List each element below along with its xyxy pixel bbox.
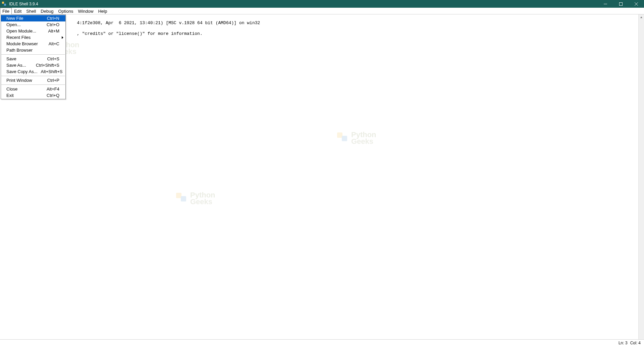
menu-options[interactable]: Options [56,8,76,14]
status-line: Ln: 3 [619,341,628,345]
menubar: FileEditShellDebugOptionsWindowHelp [0,8,644,14]
menu-debug[interactable]: Debug [38,8,56,14]
menu-edit[interactable]: Edit [12,8,24,14]
shell-output: 4:1f2e308, Apr 6 2021, 13:40:21) [MSC v.… [0,14,644,43]
scroll-up-icon[interactable] [639,14,644,20]
menu-separator [1,54,65,55]
menuitem-accelerator: Ctrl+P [47,78,59,83]
menuitem-exit[interactable]: ExitCtrl+Q [1,92,65,99]
svg-rect-1 [4,4,6,6]
menuitem-label: Close [6,86,43,92]
menuitem-accelerator: Alt+F4 [47,86,59,92]
menuitem-accelerator: Alt+Shift+S [41,69,63,74]
chevron-right-icon [62,36,63,39]
svg-rect-3 [620,2,623,5]
menuitem-save-copy-as[interactable]: Save Copy As...Alt+Shift+S [1,68,65,75]
menuitem-recent-files[interactable]: Recent Files [1,34,65,41]
menuitem-label: Module Browser [6,41,45,46]
menuitem-label: Recent Files [6,35,59,40]
menuitem-path-browser[interactable]: Path Browser [1,47,65,53]
menuitem-label: Open... [6,22,43,27]
editor-area[interactable]: 4:1f2e308, Apr 6 2021, 13:40:21) [MSC v.… [0,14,644,339]
statusbar: Ln: 3 Col: 4 [0,339,644,346]
menuitem-accelerator: Ctrl+S [47,56,59,61]
window-title: IDLE Shell 3.9.4 [9,2,38,6]
menuitem-label: Print Window [6,78,44,83]
window-controls [598,0,644,8]
menu-window[interactable]: Window [75,8,96,14]
menuitem-accelerator: Ctrl+Q [47,93,59,98]
menuitem-label: Open Module... [6,28,45,34]
menuitem-save-as[interactable]: Save As...Ctrl+Shift+S [1,62,65,68]
menuitem-save[interactable]: SaveCtrl+S [1,56,65,62]
menuitem-accelerator: Ctrl+O [47,22,59,27]
minimize-button[interactable] [598,0,613,8]
menuitem-label: Save As... [6,63,33,68]
menuitem-accelerator: Ctrl+Shift+S [36,63,59,68]
file-menu-dropdown: New FileCtrl+NOpen...Ctrl+OOpen Module..… [1,14,66,99]
maximize-button[interactable] [613,0,629,8]
menu-separator [1,84,65,85]
svg-marker-6 [640,16,642,18]
menuitem-print-window[interactable]: Print WindowCtrl+P [1,77,65,83]
shell-line-1: 4:1f2e308, Apr 6 2021, 13:40:21) [MSC v.… [77,20,260,25]
watermark: PythonGeeks [337,131,376,145]
menuitem-label: Path Browser [6,48,59,53]
menu-shell[interactable]: Shell [24,8,38,14]
menuitem-open[interactable]: Open...Ctrl+O [1,21,65,28]
menuitem-label: New File [6,16,44,21]
menuitem-accelerator: Alt+C [49,41,59,46]
menu-help[interactable]: Help [96,8,110,14]
status-column: Col: 4 [630,341,641,345]
shell-line-2: , "credits" or "license()" for more info… [77,31,202,36]
titlebar: IDLE Shell 3.9.4 [0,0,644,8]
app-icon [2,1,7,7]
menuitem-close[interactable]: CloseAlt+F4 [1,86,65,92]
menuitem-label: Save Copy As... [6,69,38,74]
menuitem-label: Save [6,56,44,61]
vertical-scrollbar[interactable] [638,14,644,339]
menuitem-open-module[interactable]: Open Module...Alt+M [1,28,65,34]
menuitem-accelerator: Alt+M [48,28,59,34]
menuitem-label: Exit [6,93,43,98]
menuitem-module-browser[interactable]: Module BrowserAlt+C [1,41,65,47]
menu-file[interactable]: File [0,8,12,14]
menuitem-new-file[interactable]: New FileCtrl+N [1,15,65,21]
svg-rect-0 [2,2,4,4]
close-button[interactable] [629,0,644,8]
menuitem-accelerator: Ctrl+N [47,16,59,21]
watermark: PythonGeeks [176,191,215,206]
menu-separator [1,76,65,76]
